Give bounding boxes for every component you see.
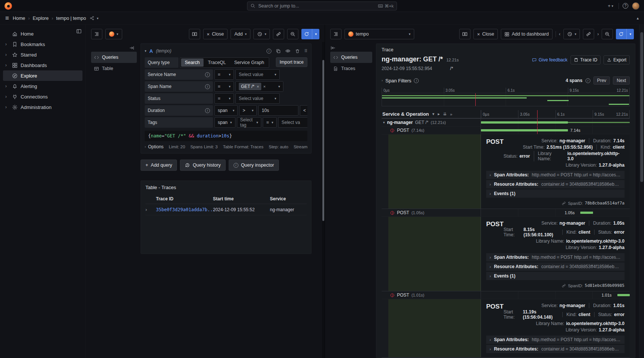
remove-chip-icon[interactable]: × <box>257 84 259 89</box>
info-icon[interactable]: i <box>267 49 271 54</box>
run-query-button[interactable]: ▾ <box>616 29 634 39</box>
help-icon[interactable]: ? <box>623 3 628 9</box>
col-start-time[interactable]: Start time <box>213 196 270 201</box>
sidebar-item-alerting[interactable]: › Alerting <box>3 81 82 91</box>
resource-attributes-accordion[interactable]: › Resource Attributes: container.id = 30… <box>486 263 625 271</box>
sidebar-item-explore[interactable]: › Explore <box>3 70 82 81</box>
chevron-right-icon[interactable]: › <box>5 63 9 68</box>
tags-operator-select[interactable]: =▾ <box>263 117 277 128</box>
dock-menu-icon[interactable] <box>76 28 82 34</box>
info-icon[interactable]: i <box>205 108 210 113</box>
sidebar-item-dashboards[interactable]: › Dashboards <box>3 60 82 70</box>
rail-item-queries[interactable]: Queries <box>330 52 372 63</box>
span-timeline[interactable]: 1.01s <box>481 291 630 299</box>
query-inspector-button[interactable]: iQuery inspector <box>229 160 279 171</box>
span-filters-label[interactable]: Span Filters <box>385 78 411 84</box>
query-history-button[interactable]: Query history <box>180 160 225 171</box>
copy-link-button[interactable] <box>273 29 284 39</box>
collapse-rail-icon[interactable] <box>129 45 135 51</box>
time-forward-icon[interactable]: › <box>597 31 599 37</box>
datasource-picker[interactable]: tempo ▾ <box>344 29 414 39</box>
remove-query-icon[interactable] <box>295 49 300 54</box>
split-view-button[interactable] <box>459 29 470 39</box>
tags-scope-select[interactable]: span▾ <box>214 117 235 128</box>
collapse-toolbar-icon[interactable]: ▴ <box>637 16 639 21</box>
resource-attributes-accordion[interactable]: › Resource Attributes: container.id = 30… <box>486 180 625 188</box>
events-accordion[interactable]: › Events (1) <box>486 272 625 280</box>
trace-minimap[interactable]: 0μs 3.05s 6.1s 9.15s 12.21s <box>382 88 630 106</box>
span-attributes-accordion[interactable]: › Span Attributes: http.method = POST ht… <box>486 253 625 261</box>
export-button[interactable]: Export <box>604 55 630 64</box>
zoom-out-button[interactable] <box>602 29 613 39</box>
span-timeline[interactable]: 7.14s <box>481 127 630 134</box>
chevron-down-icon[interactable]: ▾ <box>383 121 385 124</box>
chevron-right-icon[interactable]: › <box>382 79 383 82</box>
tags-value-select[interactable]: Select va <box>278 117 307 128</box>
outline-button[interactable] <box>91 29 102 39</box>
time-picker-button[interactable]: ▾ <box>253 29 270 39</box>
page-scrollbar[interactable] <box>639 25 644 358</box>
duration-value-input[interactable]: 10s <box>258 105 298 116</box>
datasource-picker[interactable]: ▾ <box>105 29 122 39</box>
chevron-down-icon[interactable]: ▾ <box>312 29 319 39</box>
close-pane-button[interactable]: × Close <box>203 29 228 39</box>
span-bar[interactable] <box>481 121 568 124</box>
copy-link-button[interactable] <box>583 29 594 39</box>
expand-all-icon[interactable]: ⇊ <box>443 112 446 116</box>
chevron-right-icon[interactable]: ▸ <box>438 112 440 116</box>
chevron-right-icon[interactable]: › <box>5 94 9 99</box>
trace-id-button[interactable]: Trace ID <box>571 55 601 64</box>
menu-icon[interactable]: ≡ <box>5 15 9 21</box>
time-picker-button[interactable]: ▾ <box>563 29 580 39</box>
duration-scope-select[interactable]: span▾ <box>214 105 238 116</box>
span-name-value-select[interactable]: GET /*× × ▾ <box>235 81 283 92</box>
trace-id-link[interactable]: 35be0f3d29a01adda7b... <box>156 207 213 212</box>
info-icon[interactable]: i <box>205 72 210 77</box>
hide-query-icon[interactable] <box>285 48 291 54</box>
span-attributes-accordion[interactable]: › Span Attributes: http.method = POST ht… <box>486 171 625 179</box>
span-timeline[interactable]: 1.05s <box>481 209 630 216</box>
give-feedback-link[interactable]: Give feedback <box>532 57 568 63</box>
chevron-down-icon[interactable]: ▾ <box>145 49 147 53</box>
tab-search[interactable]: Search <box>181 58 204 67</box>
chevron-down-icon[interactable]: ▾ <box>626 29 634 39</box>
clear-icon[interactable]: × <box>263 84 265 89</box>
search-input[interactable]: Search or jump to... ⌘+k <box>247 1 397 10</box>
chevron-right-icon[interactable]: › <box>5 104 9 110</box>
time-back-icon[interactable]: ‹ <box>559 31 560 37</box>
avatar[interactable] <box>632 2 640 10</box>
span-bar[interactable] <box>580 212 593 214</box>
prev-span-button[interactable]: Prev <box>593 76 610 85</box>
collapse-rail-icon[interactable] <box>330 45 335 51</box>
sidebar-item-administration[interactable]: › Administration <box>3 102 82 112</box>
new-button[interactable]: +▾ <box>606 1 615 10</box>
info-icon[interactable]: i <box>205 84 210 89</box>
copy-query-icon[interactable] <box>276 49 281 54</box>
close-pane-button[interactable]: × Close <box>473 29 498 39</box>
span-row[interactable]: POST (7.14s) 7.14s <box>382 127 630 134</box>
rail-item-queries[interactable]: Queries <box>91 52 137 63</box>
rail-item-traces[interactable]: Traces <box>330 63 372 74</box>
rail-item-table[interactable]: Table <box>91 63 137 74</box>
duration-operator-select[interactable]: >▾ <box>239 105 257 116</box>
resource-attributes-accordion[interactable]: › Resource Attributes: container.id = 30… <box>486 345 625 353</box>
trace-panel-title[interactable]: Trace <box>376 44 635 54</box>
col-service[interactable]: Service <box>270 196 307 201</box>
add-to-dashboard-button[interactable]: Add to dashboard <box>501 29 553 39</box>
duration-operator2-select[interactable]: < <box>300 105 307 116</box>
link-icon[interactable] <box>562 201 566 206</box>
span-attributes-accordion[interactable]: › Span Attributes: http.method = POST ht… <box>486 336 625 344</box>
add-button[interactable]: Add ▾ <box>231 29 250 39</box>
chevron-right-icon[interactable]: › <box>5 42 9 47</box>
breadcrumb-explore[interactable]: Explore <box>33 16 48 21</box>
left-pane-scrollbar[interactable] <box>322 42 325 358</box>
drag-handle-icon[interactable]: ⠿ <box>304 49 307 54</box>
info-icon[interactable]: i <box>414 78 419 83</box>
service-name-operator-select[interactable]: =▾ <box>214 69 234 80</box>
chevron-down-icon[interactable]: ▾ <box>432 112 434 116</box>
chevron-right-icon[interactable]: › <box>5 84 9 89</box>
tags-key-select[interactable]: Select tag▾ <box>237 117 262 128</box>
status-value-select[interactable]: Select value▾ <box>235 93 280 104</box>
share-icon[interactable] <box>90 16 94 21</box>
info-icon[interactable]: i <box>586 78 590 83</box>
